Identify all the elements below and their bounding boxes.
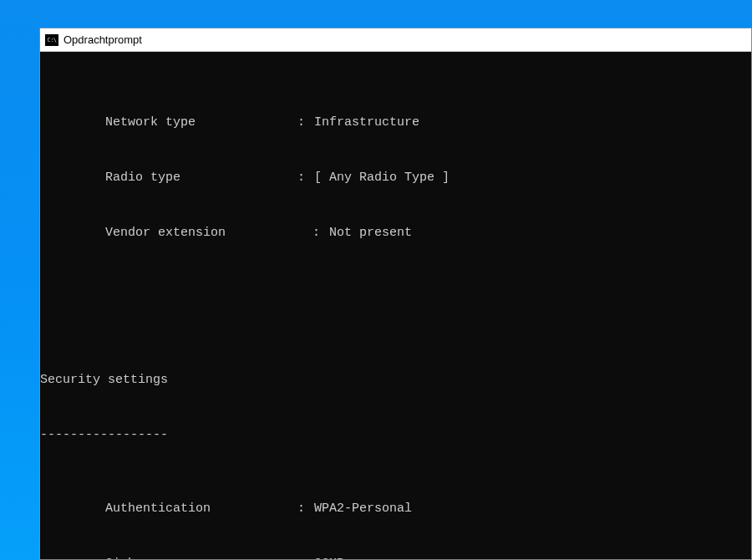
row-auth-1: Authentication:WPA2-Personal (40, 500, 751, 518)
titlebar[interactable]: Opdrachtprompt (40, 28, 751, 52)
terminal-output[interactable]: Network type:Infrastructure Radio type:[… (40, 52, 751, 559)
label: Cipher (105, 555, 297, 559)
row-vendor-extension: Vendor extension :Not present (40, 224, 751, 242)
window-title: Opdrachtprompt (64, 33, 142, 46)
value: CCMP (314, 555, 344, 559)
security-divider: ----------------- (40, 426, 751, 445)
row-radio-type: Radio type:[ Any Radio Type ] (40, 169, 751, 187)
row-cipher-1: Cipher:CCMP (40, 555, 751, 559)
label: Network type (105, 114, 297, 132)
value: Infrastructure (314, 114, 419, 132)
value: WPA2-Personal (314, 500, 412, 518)
label: Radio type (105, 169, 297, 187)
label: Authentication (105, 500, 297, 518)
value: Not present (329, 224, 412, 242)
row-network-type: Network type:Infrastructure (40, 114, 751, 132)
value: [ Any Radio Type ] (314, 169, 450, 187)
cmd-icon (45, 34, 58, 46)
security-heading: Security settings (40, 371, 751, 389)
command-prompt-window: Opdrachtprompt Network type:Infrastructu… (39, 28, 752, 560)
label: Vendor extension (105, 224, 297, 242)
